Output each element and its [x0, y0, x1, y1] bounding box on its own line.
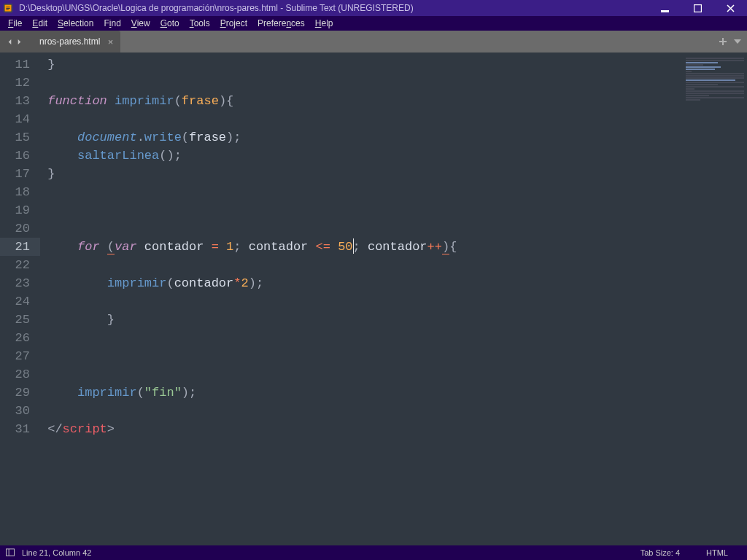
line-number: 31 [0, 420, 40, 438]
tab-history-nav[interactable] [0, 31, 29, 52]
line-number: 27 [0, 347, 40, 365]
line-number: 26 [0, 329, 40, 347]
maximize-button[interactable] [681, 0, 714, 16]
tab-close-icon[interactable]: × [108, 36, 114, 47]
line-number: 24 [0, 292, 40, 311]
line-number: 20 [0, 219, 40, 238]
tab-bar: nros-pares.html × [0, 31, 747, 52]
status-bar: Line 21, Column 42 Tab Size: 4 HTML [0, 545, 747, 560]
menu-bar: File Edit Selection Find View Goto Tools… [0, 16, 747, 31]
menu-view[interactable]: View [126, 16, 155, 31]
line-number: 16 [0, 147, 40, 165]
menu-tools[interactable]: Tools [185, 16, 215, 31]
line-number: 14 [0, 110, 40, 128]
menu-help[interactable]: Help [310, 16, 338, 31]
syntax-selector[interactable]: HTML [693, 548, 741, 557]
svg-rect-2 [661, 10, 669, 12]
code-area[interactable]: } function imprimir(frase){ document.wri… [40, 52, 747, 545]
tab-nros-pares[interactable]: nros-pares.html × [29, 31, 120, 52]
line-number: 12 [0, 74, 40, 92]
svg-rect-3 [694, 4, 702, 12]
panel-switcher-icon[interactable] [6, 548, 15, 558]
menu-find[interactable]: Find [98, 16, 125, 31]
window-title: D:\Desktop\UNGS\Oracle\Logica de program… [16, 3, 649, 13]
line-number: 28 [0, 365, 40, 384]
text-caret [353, 238, 354, 254]
line-number: 15 [0, 128, 40, 147]
line-number: 25 [0, 311, 40, 329]
menu-project[interactable]: Project [215, 16, 252, 31]
svg-rect-4 [6, 548, 14, 555]
line-number: 30 [0, 402, 40, 420]
line-number-gutter[interactable]: 11 12 13 14 15 16 17 18 19 20 21 22 23 2… [0, 52, 40, 545]
app-icon [0, 0, 16, 16]
menu-edit[interactable]: Edit [27, 16, 53, 31]
line-number: 23 [0, 274, 40, 292]
line-number: 19 [0, 201, 40, 219]
menu-selection[interactable]: Selection [53, 16, 98, 31]
line-number: 29 [0, 384, 40, 402]
new-tab-button[interactable] [719, 35, 727, 48]
line-number: 18 [0, 183, 40, 201]
window-titlebar: D:\Desktop\UNGS\Oracle\Logica de program… [0, 0, 747, 16]
menu-preferences[interactable]: Preferences [252, 16, 310, 31]
tab-size-selector[interactable]: Tab Size: 4 [627, 548, 693, 557]
line-number: 21 [0, 238, 40, 256]
menu-goto[interactable]: Goto [155, 16, 185, 31]
tab-label: nros-pares.html [39, 36, 100, 47]
close-button[interactable] [714, 0, 747, 16]
editor-pane: 11 12 13 14 15 16 17 18 19 20 21 22 23 2… [0, 52, 747, 545]
line-number: 13 [0, 92, 40, 110]
tab-dropdown-button[interactable] [734, 35, 741, 48]
line-number: 11 [0, 55, 40, 74]
line-number: 22 [0, 256, 40, 274]
menu-file[interactable]: File [3, 16, 27, 31]
cursor-position: Line 21, Column 42 [22, 548, 91, 557]
minimize-button[interactable] [649, 0, 681, 16]
line-number: 17 [0, 165, 40, 183]
